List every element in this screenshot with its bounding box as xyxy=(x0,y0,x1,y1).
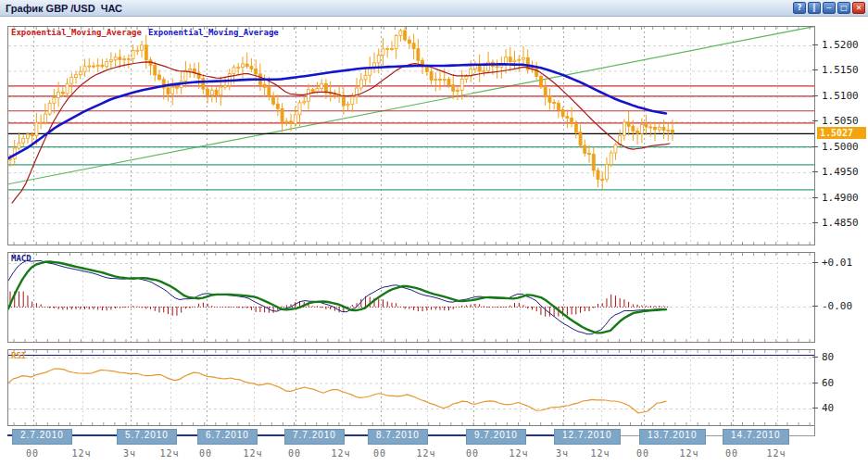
time-label: 3ч xyxy=(556,448,569,459)
date-badge: 7.7.2010 xyxy=(284,429,345,445)
rsi-line xyxy=(8,369,666,413)
date-badge: 14.7.2010 xyxy=(723,429,789,445)
price-axis-label-tick xyxy=(812,197,818,198)
date-badge: 2.7.2010 xyxy=(12,429,72,445)
date-badge: 8.7.2010 xyxy=(368,429,428,445)
date-badge: 12.7.2010 xyxy=(554,429,621,445)
help-button[interactable]: ? xyxy=(793,2,806,14)
time-label: 00 xyxy=(26,448,39,459)
date-badge: 5.7.2010 xyxy=(117,429,177,445)
time-label: 12ч xyxy=(679,448,698,459)
price-axis-label-tick xyxy=(812,146,818,147)
macd-axis-label-tick xyxy=(812,306,818,307)
macd-axis-label: +0.01 xyxy=(822,257,852,269)
rsi-axis-label: 80 xyxy=(822,351,834,363)
time-axis: 2.7.20105.7.20106.7.20107.7.20108.7.2010… xyxy=(0,426,868,465)
time-label: 12ч xyxy=(71,448,91,459)
price-axis-label: 1.4850 xyxy=(822,217,859,229)
price-axis-label-tick xyxy=(812,222,818,223)
macd-axis-label-tick xyxy=(812,262,818,263)
price-axis-label: 1.5000 xyxy=(822,141,859,153)
date-badge: 9.7.2010 xyxy=(466,429,526,445)
price-axis-label-tick xyxy=(812,69,818,70)
time-label: 00 xyxy=(725,448,738,459)
rsi-panel[interactable] xyxy=(7,349,815,426)
rsi-axis-label-tick xyxy=(812,357,818,358)
price-axis-label-tick xyxy=(812,120,818,121)
macd-axis-label: -0.00 xyxy=(822,300,852,312)
time-axis-right-spine xyxy=(814,411,815,436)
price-axis-label: 1.5200 xyxy=(822,39,859,51)
minimize-button[interactable]: ─ xyxy=(823,2,836,14)
price-axis-label-tick xyxy=(812,171,818,172)
price-axis-label: 1.4950 xyxy=(822,166,859,178)
macd-line xyxy=(8,260,666,333)
time-label: 12ч xyxy=(766,448,786,459)
date-badge: 6.7.2010 xyxy=(197,429,258,445)
rsi-canvas[interactable] xyxy=(8,350,814,425)
time-label: 12ч xyxy=(590,448,610,459)
window-buttons: ? ║ ─ □ ✕ xyxy=(793,2,865,14)
rsi-axis-label: 60 xyxy=(822,377,834,389)
time-label: 00 xyxy=(373,448,386,459)
time-label: 12ч xyxy=(416,448,435,459)
window-title: График GBP /USD ЧАС xyxy=(6,3,122,14)
indicator-legend: Exponential_Moving_AverageExponential_Mo… xyxy=(11,28,279,37)
time-label: 00 xyxy=(288,448,301,459)
time-label: 12ч xyxy=(509,448,528,459)
pause-button[interactable]: ║ xyxy=(808,2,821,14)
time-label: 00 xyxy=(199,448,212,459)
macd-panel[interactable] xyxy=(7,252,815,343)
window-titlebar[interactable]: График GBP /USD ЧАС ? ║ ─ □ ✕ xyxy=(0,0,868,17)
rsi-axis-label-tick xyxy=(812,408,818,408)
price-axis-label: 1.5150 xyxy=(822,64,859,76)
close-button[interactable]: ✕ xyxy=(852,2,865,14)
macd-canvas[interactable] xyxy=(8,253,814,342)
price-axis-label: 1.4900 xyxy=(822,192,859,204)
rsi-panel-label: RSI xyxy=(11,351,26,360)
rsi-axis-label: 40 xyxy=(822,402,834,414)
ema-slow-legend: Exponential_Moving_Average xyxy=(148,28,279,37)
price-axis-label: 1.5050 xyxy=(822,115,859,127)
price-axis-label-tick xyxy=(812,44,818,45)
ema-fast-legend: Exponential_Moving_Average xyxy=(11,28,142,37)
time-label: 3ч xyxy=(123,448,136,459)
macd-panel-label: MACD xyxy=(11,254,31,263)
date-badge: 13.7.2010 xyxy=(639,429,706,445)
time-label: 12ч xyxy=(331,448,350,459)
time-label: 00 xyxy=(636,448,649,459)
time-label: 12ч xyxy=(159,448,179,459)
time-label: 12ч xyxy=(243,448,262,459)
maximize-button[interactable]: □ xyxy=(837,2,850,14)
macd-histogram xyxy=(10,292,673,317)
price-chart-panel[interactable] xyxy=(7,26,815,245)
ema-fast-line xyxy=(12,62,670,203)
price-chart-canvas[interactable] xyxy=(8,27,814,245)
chart-window: График GBP /USD ЧАС ? ║ ─ □ ✕ Exponentia… xyxy=(0,0,868,465)
time-label: 00 xyxy=(466,448,479,459)
rsi-axis-label-tick xyxy=(812,383,818,383)
price-axis-label: 1.5100 xyxy=(822,90,859,102)
trendline xyxy=(8,27,814,184)
current-price-tag: 1.5027 xyxy=(817,127,866,139)
macd-signal-line xyxy=(8,261,666,333)
price-axis-label-tick xyxy=(812,95,818,96)
